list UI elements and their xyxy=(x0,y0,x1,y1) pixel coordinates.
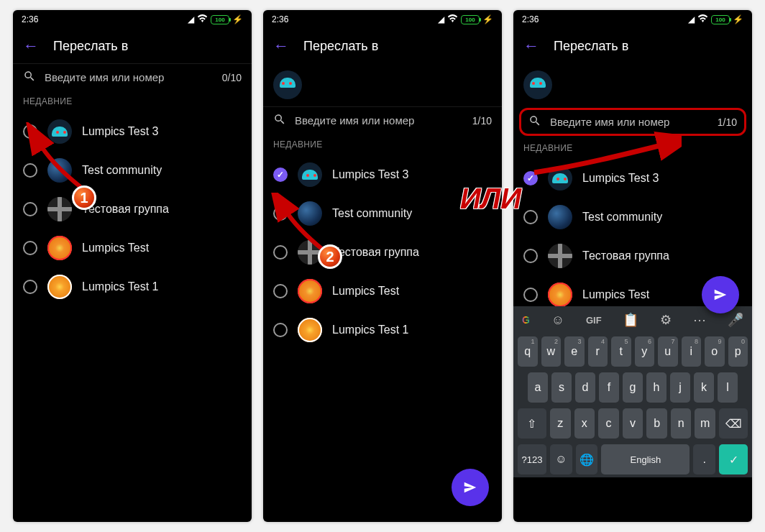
gif-icon[interactable]: GIF xyxy=(586,315,602,326)
select-radio[interactable] xyxy=(273,323,288,337)
send-fab-button[interactable] xyxy=(702,276,739,313)
contact-list: Lumpics Test 3 Test community Тестовая г… xyxy=(263,155,502,522)
select-radio[interactable] xyxy=(23,124,37,139)
charging-icon: ⚡ xyxy=(482,14,493,24)
avatar-icon xyxy=(47,158,72,183)
status-time: 2:36 xyxy=(522,14,539,24)
battery-icon: 100 xyxy=(211,15,229,24)
key-l[interactable]: l xyxy=(718,372,738,403)
key-n[interactable]: n xyxy=(671,408,692,439)
contact-row[interactable]: Тестовая группа xyxy=(13,190,252,229)
key-m[interactable]: m xyxy=(695,408,715,439)
keyboard-row: a s d f g h j k l xyxy=(513,370,752,405)
key-z[interactable]: z xyxy=(550,408,571,439)
key-p[interactable]: p0 xyxy=(728,336,748,367)
contact-row[interactable]: Lumpics Test xyxy=(13,229,252,267)
mic-icon[interactable]: 🎤 xyxy=(728,312,743,328)
send-fab-button[interactable] xyxy=(452,469,489,506)
status-bar: 2:36 ◢ 100 ⚡ xyxy=(263,10,502,29)
key-space[interactable]: English xyxy=(601,444,690,474)
key-w[interactable]: w2 xyxy=(541,336,562,367)
contact-name: Test community xyxy=(82,164,162,177)
key-x[interactable]: x xyxy=(574,408,595,439)
contact-row[interactable]: Lumpics Test 3 xyxy=(513,159,752,198)
key-dot[interactable]: . xyxy=(693,444,715,474)
clipboard-icon[interactable]: 📋 xyxy=(623,312,638,328)
settings-icon[interactable]: ⚙ xyxy=(660,312,672,328)
key-d[interactable]: d xyxy=(575,372,595,403)
select-radio[interactable] xyxy=(523,288,538,302)
contact-row[interactable]: Lumpics Test 3 xyxy=(263,155,502,194)
key-h[interactable]: h xyxy=(646,372,666,403)
select-radio[interactable] xyxy=(23,241,37,255)
contact-name: Test community xyxy=(332,207,412,220)
keyboard[interactable]: G ☺ GIF 📋 ⚙ ⋯ 🎤 q1 w2 e3 r4 t5 y6 u7 i8 … xyxy=(513,306,752,477)
sticker-icon[interactable]: ☺ xyxy=(551,313,564,328)
key-k[interactable]: k xyxy=(694,372,714,403)
key-q[interactable]: q1 xyxy=(518,336,538,367)
search-field[interactable]: Введите имя или номер 1/10 xyxy=(519,108,746,136)
contact-row[interactable]: Lumpics Test 1 xyxy=(263,311,502,349)
select-radio[interactable] xyxy=(523,171,538,185)
contact-row[interactable]: Lumpics Test 1 xyxy=(13,267,252,306)
selection-counter: 1/10 xyxy=(718,116,737,128)
key-symbols[interactable]: ?123 xyxy=(518,444,546,474)
send-icon xyxy=(462,480,478,495)
back-icon[interactable]: ← xyxy=(523,37,539,55)
key-shift[interactable]: ⇧ xyxy=(518,408,546,439)
contact-row[interactable]: Тестовая группа xyxy=(263,233,502,272)
key-r[interactable]: r4 xyxy=(588,336,608,367)
select-radio[interactable] xyxy=(273,245,288,260)
more-icon[interactable]: ⋯ xyxy=(693,312,706,328)
key-emoji[interactable]: ☺ xyxy=(550,444,572,474)
select-radio[interactable] xyxy=(23,280,37,294)
status-time: 2:36 xyxy=(22,14,38,24)
contact-row[interactable]: Lumpics Test 3 xyxy=(13,112,252,151)
select-radio[interactable] xyxy=(23,202,37,216)
contact-row[interactable]: Lumpics Test xyxy=(263,272,502,311)
contact-row[interactable]: Test community xyxy=(13,151,252,190)
page-title: Переслать в xyxy=(53,39,128,54)
google-icon[interactable]: G xyxy=(522,314,530,326)
key-enter[interactable]: ✓ xyxy=(719,444,748,474)
status-bar: 2:36 ◢ 100 ⚡ xyxy=(13,10,252,29)
selected-avatar-icon[interactable] xyxy=(523,70,552,99)
key-t[interactable]: t5 xyxy=(611,336,631,367)
select-radio[interactable] xyxy=(23,163,37,178)
contact-row[interactable]: Test community xyxy=(513,198,752,237)
key-b[interactable]: b xyxy=(646,408,667,439)
keyboard-row: ⇧ z x c v b n m ⌫ xyxy=(513,405,752,441)
select-radio[interactable] xyxy=(523,249,538,263)
contact-row[interactable]: Test community xyxy=(263,194,502,233)
select-radio[interactable] xyxy=(273,168,288,182)
avatar-icon xyxy=(298,279,322,303)
key-language[interactable]: 🌐 xyxy=(576,444,598,474)
select-radio[interactable] xyxy=(273,284,288,298)
contact-name: Lumpics Test xyxy=(82,242,149,254)
back-icon[interactable]: ← xyxy=(23,37,39,55)
key-u[interactable]: u7 xyxy=(658,336,678,367)
selected-avatar-icon[interactable] xyxy=(273,70,302,99)
select-radio[interactable] xyxy=(523,210,538,224)
status-time: 2:36 xyxy=(272,14,288,24)
key-g[interactable]: g xyxy=(623,372,643,403)
key-e[interactable]: e3 xyxy=(564,336,585,367)
search-field[interactable]: Введите имя или номер 1/10 xyxy=(263,106,502,134)
back-icon[interactable]: ← xyxy=(273,37,289,55)
key-a[interactable]: a xyxy=(528,372,548,403)
key-i[interactable]: i8 xyxy=(682,336,702,367)
key-backspace[interactable]: ⌫ xyxy=(719,408,748,439)
key-v[interactable]: v xyxy=(623,408,643,439)
key-y[interactable]: y6 xyxy=(635,336,655,367)
avatar-icon xyxy=(548,166,572,191)
page-title: Переслать в xyxy=(554,39,628,54)
contact-row[interactable]: Тестовая группа xyxy=(513,237,752,275)
key-s[interactable]: s xyxy=(551,372,572,403)
search-field[interactable]: Введите имя или номер 0/10 xyxy=(13,63,252,91)
select-radio[interactable] xyxy=(273,206,288,221)
key-f[interactable]: f xyxy=(599,372,619,403)
key-o[interactable]: o9 xyxy=(705,336,725,367)
key-j[interactable]: j xyxy=(670,372,690,403)
status-icons: ◢ 100 ⚡ xyxy=(688,14,743,24)
key-c[interactable]: c xyxy=(598,408,619,439)
